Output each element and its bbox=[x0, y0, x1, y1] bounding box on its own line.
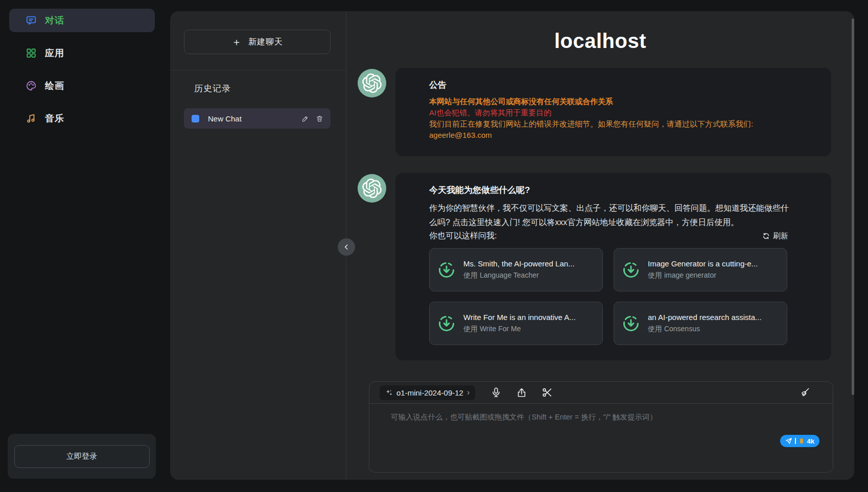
divider bbox=[795, 438, 796, 444]
announcement-bubble: 公告 本网站与任何其他公司或商标没有任何关联或合作关系 AI也会犯错。请勿将其用… bbox=[395, 68, 831, 156]
input-toolbar: o1-mini-2024-09-12 › bbox=[369, 382, 833, 404]
page-title: localhost bbox=[346, 30, 854, 53]
suggestion-card[interactable]: Ms. Smith, the AI-powered Lan... 使用 Lang… bbox=[429, 248, 603, 291]
history-item-title: New Chat bbox=[208, 114, 301, 123]
upload-icon bbox=[516, 387, 527, 398]
sidebar-item-music[interactable]: 音乐 bbox=[9, 107, 155, 130]
download-circle-icon bbox=[437, 261, 456, 279]
chevron-left-icon bbox=[342, 243, 350, 251]
sidebar-item-label: 音乐 bbox=[45, 112, 64, 125]
announcement-title: 公告 bbox=[429, 79, 795, 91]
message-announcement: 公告 本网站与任何其他公司或商标没有任何关联或合作关系 AI也会犯错。请勿将其用… bbox=[358, 68, 854, 156]
sidebar-item-label: 绘画 bbox=[45, 80, 64, 92]
scrollbar-thumb[interactable] bbox=[852, 18, 854, 395]
refresh-suggestions-button[interactable]: 刷新 bbox=[762, 231, 788, 241]
sidebar: 对话 应用 绘画 音乐 立即登录 bbox=[0, 0, 170, 492]
welcome-title: 今天我能为您做些什么呢? bbox=[429, 184, 795, 196]
input-area: 4k bbox=[369, 404, 833, 472]
login-button[interactable]: 立即登录 bbox=[14, 445, 150, 468]
openai-logo-icon bbox=[362, 73, 382, 93]
plus-icon: ＋ bbox=[231, 37, 242, 47]
chat-input-container: o1-mini-2024-09-12 › bbox=[369, 381, 833, 473]
model-name: o1-mini-2024-09-12 bbox=[396, 388, 463, 397]
chat-color-swatch bbox=[192, 115, 199, 122]
palette-icon bbox=[26, 80, 37, 91]
model-selector[interactable]: o1-mini-2024-09-12 › bbox=[380, 385, 475, 400]
assistant-avatar bbox=[358, 174, 386, 203]
announcement-line: 我们目前正在修复我们网站上的错误并改进细节。如果您有任何疑问，请通过以下方式联系… bbox=[429, 118, 795, 130]
divider bbox=[170, 70, 346, 70]
suggestion-subtitle: 使用 Consensus bbox=[648, 325, 762, 334]
history-item[interactable]: New Chat bbox=[184, 108, 331, 129]
music-note-icon bbox=[26, 113, 37, 124]
sidebar-item-label: 应用 bbox=[45, 47, 64, 59]
coin-icon bbox=[799, 438, 805, 444]
announcement-email: ageerle@163.com bbox=[429, 130, 795, 141]
sparkles-icon bbox=[385, 389, 393, 397]
suggestion-cards: Ms. Smith, the AI-powered Lan... 使用 Lang… bbox=[429, 248, 788, 345]
suggestion-card[interactable]: Image Generator is a cutting-e... 使用 ima… bbox=[614, 248, 787, 291]
suggestion-title: an AI-powered research assista... bbox=[648, 313, 762, 322]
main-panel: ＋ 新建聊天 历史记录 New Chat localhost bbox=[170, 11, 854, 480]
microphone-button[interactable] bbox=[490, 387, 502, 398]
welcome-bubble: 今天我能为您做些什么呢? 作为你的智慧伙伴，我不仅可以写文案、出点子，还可以和你… bbox=[395, 173, 831, 360]
history-title: 历史记录 bbox=[194, 83, 231, 94]
suggestion-subtitle: 使用 Write For Me bbox=[463, 325, 576, 334]
scissors-icon bbox=[542, 387, 553, 398]
sidebar-item-chat[interactable]: 对话 bbox=[9, 9, 155, 32]
announcement-line: AI也会犯错。请勿将其用于重要目的 bbox=[429, 107, 795, 118]
edit-icon[interactable] bbox=[301, 115, 309, 122]
send-button[interactable]: 4k bbox=[780, 435, 819, 447]
sidebar-item-label: 对话 bbox=[45, 14, 64, 27]
download-circle-icon bbox=[622, 261, 640, 279]
announcement-line: 本网站与任何其他公司或商标没有任何关联或合作关系 bbox=[429, 96, 795, 107]
chat-main: localhost 公告 本网站与任何其他公司或商标没有任何关联或合作关系 AI… bbox=[346, 11, 854, 480]
scissors-button[interactable] bbox=[542, 387, 553, 398]
suggestion-title: Image Generator is a cutting-e... bbox=[648, 259, 758, 268]
chevron-right-icon: › bbox=[467, 388, 470, 397]
suggestion-subtitle: 使用 image generator bbox=[648, 271, 758, 280]
new-chat-button[interactable]: ＋ 新建聊天 bbox=[184, 30, 331, 54]
delete-icon[interactable] bbox=[316, 115, 323, 122]
suggestion-card[interactable]: an AI-powered research assista... 使用 Con… bbox=[614, 302, 787, 345]
clear-broom-button[interactable] bbox=[799, 387, 810, 398]
ask-hint: 你也可以这样问我: bbox=[429, 231, 497, 241]
suggestion-card[interactable]: Write For Me is an innovative A... 使用 Wr… bbox=[429, 302, 603, 345]
sidebar-item-apps[interactable]: 应用 bbox=[9, 41, 155, 65]
chat-bubble-icon bbox=[26, 15, 37, 26]
broom-icon bbox=[799, 387, 810, 398]
welcome-body: 作为你的智慧伙伴，我不仅可以写文案、出点子，还可以和你聊天、回答问题。想知道我还… bbox=[429, 201, 796, 230]
openai-logo-icon bbox=[362, 179, 382, 198]
collapse-sidebar-button[interactable] bbox=[338, 238, 355, 256]
new-chat-label: 新建聊天 bbox=[248, 37, 283, 47]
refresh-label: 刷新 bbox=[773, 231, 788, 241]
token-badge: 4k bbox=[807, 437, 814, 445]
download-circle-icon bbox=[622, 314, 640, 333]
apps-grid-icon bbox=[26, 47, 37, 59]
upload-button[interactable] bbox=[516, 387, 527, 398]
microphone-icon bbox=[490, 387, 502, 398]
chat-list-column: ＋ 新建聊天 历史记录 New Chat bbox=[170, 11, 346, 480]
sidebar-item-drawing[interactable]: 绘画 bbox=[9, 74, 155, 97]
suggestion-title: Ms. Smith, the AI-powered Lan... bbox=[463, 259, 575, 268]
message-input[interactable] bbox=[369, 404, 833, 472]
refresh-icon bbox=[762, 232, 770, 240]
assistant-avatar bbox=[358, 69, 386, 97]
send-plane-icon bbox=[785, 437, 792, 445]
message-welcome: 今天我能为您做些什么呢? 作为你的智慧伙伴，我不仅可以写文案、出点子，还可以和你… bbox=[358, 173, 854, 360]
download-circle-icon bbox=[437, 314, 456, 333]
suggestion-title: Write For Me is an innovative A... bbox=[463, 313, 576, 322]
suggestion-subtitle: 使用 Language Teacher bbox=[463, 271, 575, 280]
login-card: 立即登录 bbox=[8, 434, 156, 479]
